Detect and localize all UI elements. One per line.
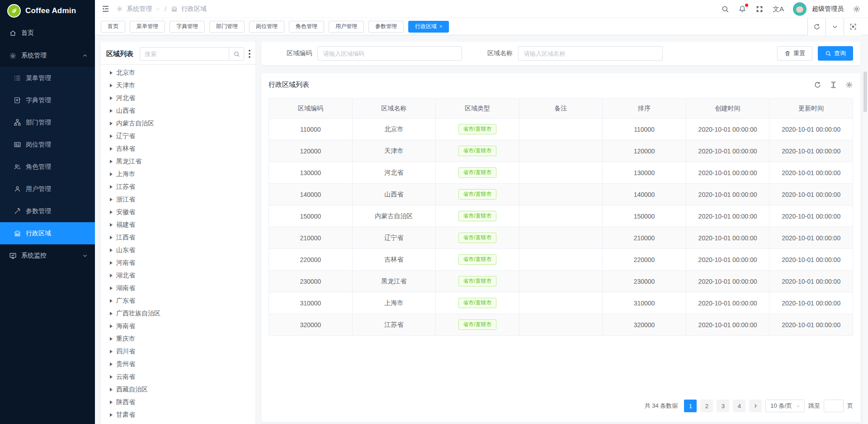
tree-item-重庆市[interactable]: 重庆市: [106, 333, 250, 345]
caret-right-icon[interactable]: [110, 134, 113, 138]
table-row[interactable]: 230000黑龙江省省市/直辖市2300002020-10-01 00:00:0…: [269, 271, 853, 292]
caret-right-icon[interactable]: [110, 147, 113, 151]
tab-角色管理[interactable]: 角色管理: [289, 21, 324, 33]
tree-item-江西省[interactable]: 江西省: [106, 231, 250, 244]
refresh-tab-icon[interactable]: [807, 18, 826, 35]
tree-item-福建省[interactable]: 福建省: [106, 219, 250, 231]
fullscreen-icon[interactable]: [755, 5, 764, 13]
sidebar-item-行政区域[interactable]: 行政区域: [0, 222, 95, 244]
caret-right-icon[interactable]: [110, 350, 113, 353]
caret-right-icon[interactable]: [110, 400, 113, 404]
tree-item-江苏省[interactable]: 江苏省: [106, 181, 250, 193]
page-button-1[interactable]: 1: [684, 400, 697, 412]
tree-item-内蒙古自治区[interactable]: 内蒙古自治区: [106, 117, 250, 130]
caret-right-icon[interactable]: [110, 299, 113, 303]
caret-right-icon[interactable]: [110, 324, 113, 328]
region-code-input[interactable]: [317, 46, 462, 61]
breadcrumb-root[interactable]: 系统管理: [127, 5, 152, 13]
tab-字典管理[interactable]: 字典管理: [170, 21, 205, 33]
caret-right-icon[interactable]: [110, 274, 113, 277]
caret-right-icon[interactable]: [110, 185, 113, 189]
caret-right-icon[interactable]: [110, 286, 113, 290]
tab-首页[interactable]: 首页: [101, 21, 125, 33]
reset-button[interactable]: 重置: [777, 46, 812, 61]
caret-right-icon[interactable]: [110, 248, 113, 252]
sidebar-item-部门管理[interactable]: 部门管理: [0, 111, 95, 133]
tree-item-甘肃省[interactable]: 甘肃省: [106, 409, 250, 421]
table-row[interactable]: 310000上海市省市/直辖市3100002020-10-01 00:00:00…: [269, 292, 853, 314]
tree-item-天津市[interactable]: 天津市: [106, 79, 250, 92]
sidebar-item-参数管理[interactable]: 参数管理: [0, 200, 95, 222]
caret-right-icon[interactable]: [110, 413, 113, 417]
refresh-table-icon[interactable]: [814, 81, 821, 89]
caret-right-icon[interactable]: [110, 198, 113, 201]
column-settings-gear-icon[interactable]: [845, 81, 853, 89]
notification-bell-icon[interactable]: [738, 5, 746, 13]
tree-item-湖南省[interactable]: 湖南省: [106, 282, 250, 295]
sidebar-item-系统监控[interactable]: 系统监控: [0, 244, 95, 267]
caret-right-icon[interactable]: [110, 312, 113, 315]
caret-right-icon[interactable]: [110, 337, 113, 341]
caret-right-icon[interactable]: [110, 223, 113, 227]
table-row[interactable]: 120000天津市省市/直辖市1200002020-10-01 00:00:00…: [269, 140, 853, 162]
table-row[interactable]: 320000江苏省省市/直辖市3200002020-10-01 00:00:00…: [269, 314, 853, 336]
maximize-view-icon[interactable]: [844, 18, 862, 35]
search-icon[interactable]: [721, 5, 729, 13]
user-name[interactable]: 超级管理员: [812, 5, 844, 13]
tree-item-辽宁省[interactable]: 辽宁省: [106, 130, 250, 143]
caret-right-icon[interactable]: [110, 362, 113, 366]
tree-item-广西壮族自治区[interactable]: 广西壮族自治区: [106, 307, 250, 320]
tab-用户管理[interactable]: 用户管理: [329, 21, 364, 33]
caret-right-icon[interactable]: [110, 71, 113, 75]
tree-item-吉林省[interactable]: 吉林省: [106, 143, 250, 155]
table-row[interactable]: 220000吉林省省市/直辖市2200002020-10-01 00:00:00…: [269, 249, 853, 271]
tree-item-四川省[interactable]: 四川省: [106, 345, 250, 358]
tree-item-云南省[interactable]: 云南省: [106, 371, 250, 383]
table-row[interactable]: 130000河北省省市/直辖市1300002020-10-01 00:00:00…: [269, 162, 853, 184]
tree-item-黑龙江省[interactable]: 黑龙江省: [106, 155, 250, 168]
sidebar-item-用户管理[interactable]: 用户管理: [0, 178, 95, 200]
sidebar-item-角色管理[interactable]: 角色管理: [0, 156, 95, 178]
tree-item-山东省[interactable]: 山东省: [106, 244, 250, 257]
tab-部门管理[interactable]: 部门管理: [209, 21, 245, 33]
table-row[interactable]: 210000辽宁省省市/直辖市2100002020-10-01 00:00:00…: [269, 227, 853, 249]
tab-行政区域[interactable]: 行政区域×: [408, 21, 449, 33]
caret-right-icon[interactable]: [110, 122, 113, 125]
tree-item-安徽省[interactable]: 安徽省: [106, 206, 250, 219]
avatar[interactable]: [793, 2, 807, 16]
tree-item-上海市[interactable]: 上海市: [106, 168, 250, 181]
page-button-3[interactable]: 3: [717, 400, 729, 412]
region-name-input[interactable]: [518, 46, 663, 61]
tree-item-青海省[interactable]: 青海省: [106, 421, 250, 424]
table-row[interactable]: 150000内蒙古自治区省市/直辖市1500002020-10-01 00:00…: [269, 205, 853, 227]
caret-right-icon[interactable]: [110, 210, 113, 214]
caret-right-icon[interactable]: [110, 261, 113, 265]
scrollbar-thumb[interactable]: [863, 71, 867, 112]
tree-more-menu-icon[interactable]: [248, 49, 251, 59]
tree-item-陕西省[interactable]: 陕西省: [106, 396, 250, 409]
caret-right-icon[interactable]: [110, 375, 113, 379]
tree-item-北京市[interactable]: 北京市: [106, 67, 250, 79]
table-row[interactable]: 140000山西省省市/直辖市1400002020-10-01 00:00:00…: [269, 184, 853, 205]
caret-right-icon[interactable]: [110, 172, 113, 176]
page-button-2[interactable]: 2: [700, 400, 713, 412]
translate-icon[interactable]: 文A: [773, 5, 784, 12]
sidebar-item-菜单管理[interactable]: 菜单管理: [0, 67, 95, 89]
query-button[interactable]: 查询: [818, 46, 853, 61]
tree-item-山西省[interactable]: 山西省: [106, 105, 250, 117]
caret-right-icon[interactable]: [110, 388, 113, 391]
sidebar-item-首页[interactable]: 首页: [0, 22, 95, 44]
table-row[interactable]: 110000北京市省市/直辖市1100002020-10-01 00:00:00…: [269, 119, 853, 140]
page-button-4[interactable]: 4: [733, 400, 745, 412]
tab-参数管理[interactable]: 参数管理: [368, 21, 404, 33]
sidebar-item-字典管理[interactable]: 字典管理: [0, 89, 95, 111]
tree-item-河北省[interactable]: 河北省: [106, 92, 250, 105]
close-tab-icon[interactable]: ×: [439, 24, 442, 29]
tab-岗位管理[interactable]: 岗位管理: [249, 21, 284, 33]
sidebar-item-系统管理[interactable]: 系统管理: [0, 44, 95, 67]
page-size-select[interactable]: 10 条/页: [765, 400, 805, 412]
tab-list-chevron-icon[interactable]: [826, 18, 844, 35]
caret-right-icon[interactable]: [110, 96, 113, 100]
settings-gear-icon[interactable]: [853, 5, 861, 13]
vertical-scrollbar[interactable]: [862, 71, 868, 424]
